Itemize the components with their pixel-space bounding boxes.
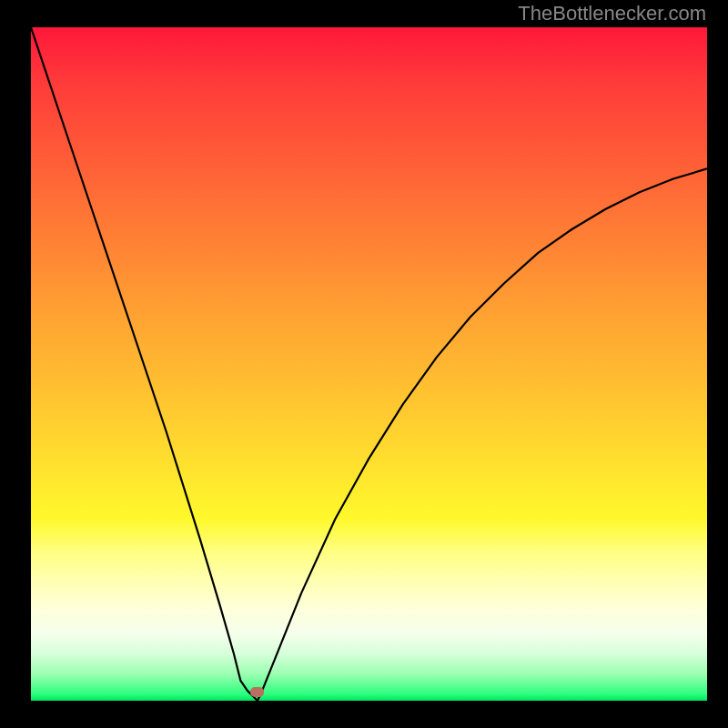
curve-path — [31, 27, 707, 701]
chart-frame: TheBottlenecker.com — [0, 0, 728, 728]
minimum-marker — [250, 687, 264, 697]
watermark-text: TheBottlenecker.com — [518, 2, 706, 25]
bottleneck-curve — [31, 27, 707, 701]
plot-area — [31, 27, 707, 701]
